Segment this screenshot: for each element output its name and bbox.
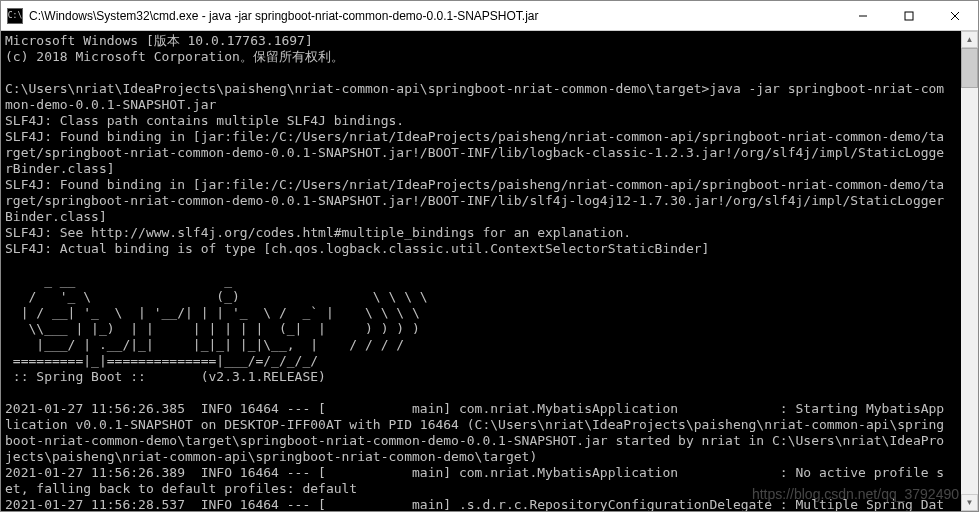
cmd-icon: C:\ [7,8,23,24]
maximize-button[interactable] [886,1,932,30]
scroll-down-button[interactable]: ▼ [961,494,978,511]
scroll-track[interactable] [961,48,978,494]
window-title: C:\Windows\System32\cmd.exe - java -jar … [29,9,840,23]
vertical-scrollbar[interactable]: ▲ ▼ [961,31,978,511]
window-controls [840,1,978,30]
svg-rect-1 [905,12,913,20]
cmd-window: C:\ C:\Windows\System32\cmd.exe - java -… [0,0,979,512]
close-button[interactable] [932,1,978,30]
scroll-thumb[interactable] [961,48,978,88]
titlebar[interactable]: C:\ C:\Windows\System32\cmd.exe - java -… [1,1,978,31]
terminal-output[interactable]: Microsoft Windows [版本 10.0.17763.1697] (… [1,31,961,511]
scroll-up-button[interactable]: ▲ [961,31,978,48]
terminal-area: Microsoft Windows [版本 10.0.17763.1697] (… [1,31,978,511]
minimize-button[interactable] [840,1,886,30]
